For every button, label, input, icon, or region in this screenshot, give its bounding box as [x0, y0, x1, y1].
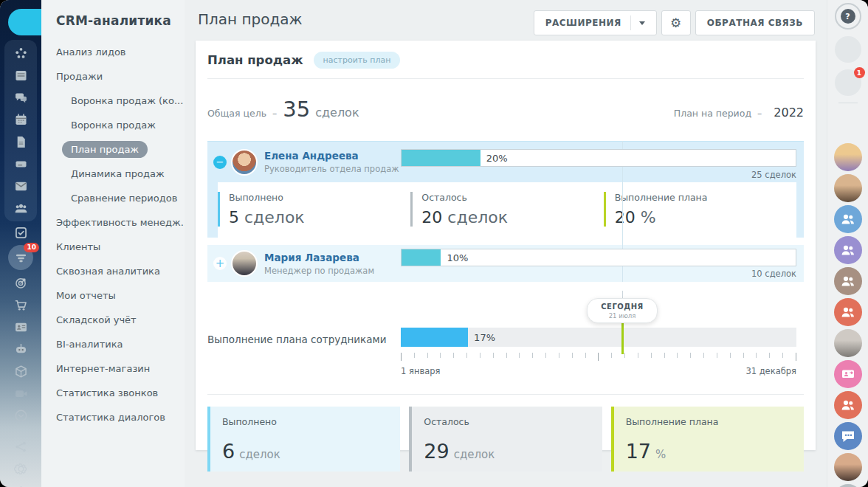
avatar-group-3[interactable] [834, 267, 862, 295]
mail-icon[interactable] [8, 175, 33, 197]
collapse-row-button[interactable]: − [213, 156, 227, 169]
left-rail: 10 [0, 0, 41, 487]
marketing-icon[interactable] [8, 272, 33, 294]
calendar-icon[interactable] [8, 108, 33, 131]
avatar-user-4[interactable] [834, 453, 862, 481]
documents-icon [13, 134, 29, 150]
messenger-icon [13, 90, 29, 106]
feedback-button[interactable]: ОБРАТНАЯ СВЯЗЬ [695, 10, 815, 35]
progress-percent: 10% [447, 252, 468, 263]
progress-fill [401, 328, 468, 347]
close-icon [18, 15, 32, 29]
sidebar-item-my-reports[interactable]: Мои отчеты [56, 291, 185, 301]
sidebar-menu: Анализ лидовПродажиВоронка продаж (ко...… [56, 47, 185, 423]
collapse-menu-icon [13, 408, 29, 424]
avatar-user-1[interactable] [834, 143, 862, 171]
sidebar-item-funnel-conversion[interactable]: Воронка продаж (ко... [71, 96, 185, 106]
sidebar-item-warehouse[interactable]: Складской учёт [56, 315, 185, 325]
tasks-icon[interactable] [8, 221, 33, 244]
right-rail: ? 1 [827, 0, 868, 487]
bell-icon [841, 42, 855, 57]
avatar-group-1[interactable] [834, 205, 862, 233]
video-icon [13, 386, 29, 401]
sidebar-item-sales[interactable]: Продажи [56, 72, 185, 82]
stat-block: Осталось 20 сделок [410, 192, 585, 227]
avatar-group-5[interactable] [834, 391, 862, 419]
sidebar-item-call-stats[interactable]: Статистика звонков [56, 388, 185, 398]
timeline-tick [598, 353, 599, 361]
collapse-sidebar-button[interactable] [8, 9, 41, 35]
sidebar-item-lead-analysis[interactable]: Анализ лидов [56, 47, 185, 58]
collapse-menu-icon[interactable] [8, 404, 33, 426]
messages-badge: 1 [854, 67, 865, 78]
avatar[interactable] [231, 149, 258, 176]
page-title: План продаж [198, 10, 303, 28]
messenger-icon[interactable] [8, 86, 33, 108]
sidebar-item-manager-efficiency[interactable]: Эффективность менедж... [56, 218, 185, 228]
sidebar-item-sales-dynamics[interactable]: Динамика продаж [71, 169, 185, 179]
avatar-screenshare[interactable] [834, 360, 862, 388]
shop-icon [13, 297, 29, 313]
sidebar-item-dialog-stats[interactable]: Статистика диалогов [56, 412, 185, 423]
team-progress-bar: 17% [401, 328, 796, 347]
sidebar-item-sales-plan[interactable]: План продаж [71, 145, 185, 155]
add-section-icon[interactable] [8, 480, 33, 487]
marketing-icon [13, 275, 29, 291]
kanban-icon[interactable] [8, 64, 33, 86]
avatar[interactable] [231, 250, 258, 277]
avatar-user-3[interactable] [834, 329, 862, 357]
avatar-group-2[interactable] [834, 236, 862, 264]
employee-stats-panel: Выполнено 5 сделок Осталось 20 сделок Вы… [218, 182, 796, 238]
timeline-tick [545, 353, 546, 358]
sidebar-item-end-to-end[interactable]: Сквозная аналитика [56, 266, 185, 277]
sidebar-item-clients[interactable]: Клиенты [56, 242, 185, 252]
notifications-button[interactable] [835, 36, 861, 63]
team-progress-section: СЕГОДНЯ 21 июля Выполнение плана сотрудн… [207, 316, 804, 384]
employees-icon[interactable] [8, 197, 33, 219]
share-icon[interactable] [8, 435, 33, 457]
avatar-group-4[interactable] [834, 298, 862, 326]
timeline-tick [690, 353, 691, 358]
sidebar: CRM-аналитика Анализ лидовПродажиВоронка… [41, 0, 185, 487]
documents-icon[interactable] [8, 131, 33, 153]
shop-icon[interactable] [8, 294, 33, 316]
extensions-button[interactable]: РАСШИРЕНИЯ [534, 10, 657, 35]
summary-card: Выполнение плана 17% [611, 407, 804, 472]
help-button[interactable]: ? [835, 3, 861, 30]
copilot-icon[interactable] [8, 338, 33, 360]
gear-icon: ⚙ [670, 15, 682, 30]
avatar-user-5[interactable] [834, 484, 862, 487]
video-icon[interactable] [8, 382, 33, 404]
toolbar: РАСШИРЕНИЯ ⚙ ОБРАТНАЯ СВЯЗЬ [534, 10, 815, 35]
settings-button[interactable]: ⚙ [661, 10, 691, 35]
sidebar-item-online-store[interactable]: Интернет-магазин [56, 364, 185, 374]
contact-center-icon [13, 320, 29, 335]
expand-row-button[interactable]: + [213, 257, 227, 270]
sidebar-item-period-comparison[interactable]: Сравнение периодов [71, 193, 185, 204]
calendar-icon [13, 112, 29, 128]
search-icon [841, 116, 855, 131]
chevron-down-icon[interactable] [639, 21, 645, 25]
sidebar-item-funnel[interactable]: Воронка продаж [71, 120, 185, 131]
sidebar-title: CRM-аналитика [56, 13, 185, 28]
crm-icon[interactable]: 10 [8, 245, 33, 270]
sites-icon[interactable] [8, 360, 33, 382]
avatar-chat[interactable] [834, 422, 862, 450]
settings-icon[interactable] [8, 457, 33, 480]
employee-name-link[interactable]: Елена Андреева [264, 150, 399, 162]
contact-center-icon[interactable] [8, 316, 33, 338]
live-feed-icon[interactable] [8, 42, 33, 64]
configure-plan-button[interactable]: настроить план [314, 52, 401, 69]
search-button[interactable] [835, 110, 861, 137]
period-label: План на период [674, 108, 751, 119]
drive-icon[interactable] [8, 153, 33, 175]
progress-fill [402, 249, 441, 266]
messages-button[interactable]: 1 [835, 69, 861, 96]
divider [838, 103, 858, 103]
employee-name-link[interactable]: Мария Лазарева [264, 252, 374, 263]
employee-row-expanded: − Елена Андреева Руководитель отдела про… [207, 141, 804, 238]
avatar-user-2[interactable] [834, 174, 862, 202]
timeline-tick [677, 353, 678, 358]
sidebar-item-bi[interactable]: BI-аналитика [56, 339, 185, 350]
employee-progress-bar: 10% [401, 249, 796, 266]
